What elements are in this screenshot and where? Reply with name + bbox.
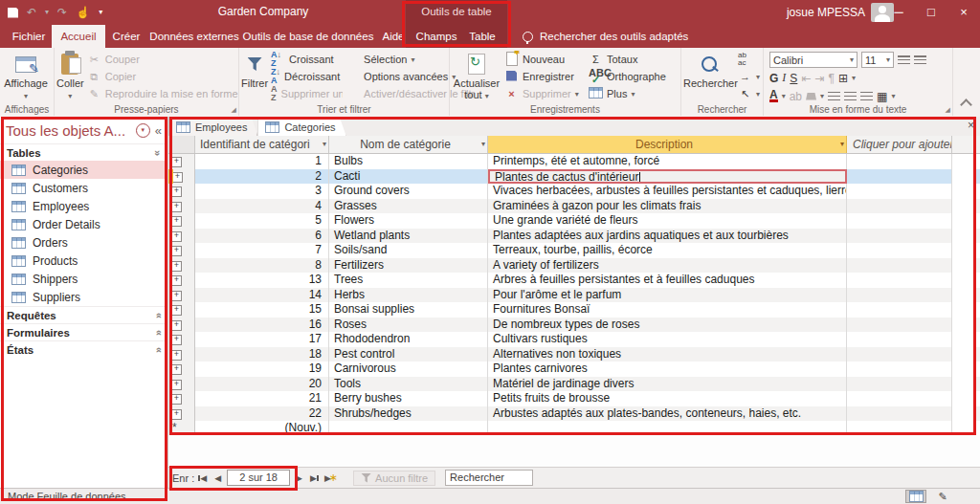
row-selector[interactable]: +* [168, 347, 195, 362]
table-row[interactable]: +* 13 Trees Arbres à feuilles persistant… [168, 273, 980, 288]
cell-description[interactable]: Petits fruits de brousse [488, 391, 847, 406]
tab-outils-bdd[interactable]: Outils de base de données [241, 25, 375, 48]
select-all-corner[interactable] [168, 136, 195, 153]
cell-add[interactable] [847, 332, 952, 347]
tell-me-box[interactable]: Rechercher des outils adaptés [523, 25, 688, 48]
datasheet-view-button[interactable] [905, 490, 926, 503]
tab-fichier[interactable]: Fichier [6, 25, 52, 48]
expand-plus-icon[interactable]: + [171, 231, 182, 242]
cell-add[interactable] [847, 199, 952, 214]
new-blank-record-icon[interactable]: ▶∗ [323, 471, 340, 484]
table-row[interactable]: +* 1 Bulbs Printemps, été et automne, fo… [168, 154, 980, 169]
sort-desc-button[interactable]: Z↓ADécroissant [268, 68, 343, 85]
cell-add[interactable] [847, 406, 952, 422]
refresh-all-button[interactable]: ↻ Actualiser tout ▾ [452, 51, 501, 102]
dialog-launcher-icon[interactable]: ◢ [946, 106, 950, 114]
cell-description[interactable]: Arbres à feuilles persistantes et à feui… [488, 273, 847, 288]
expand-plus-icon[interactable]: + [171, 261, 182, 272]
column-header-description[interactable]: Description▾ [488, 136, 847, 153]
previous-record-icon[interactable]: ◀ [212, 473, 223, 483]
new-record-button[interactable]: Nouveau [501, 51, 586, 68]
font-size-select[interactable]: 11▾ [861, 52, 894, 68]
cell-name[interactable]: Roses [329, 318, 488, 333]
fill-color-icon[interactable] [806, 93, 816, 100]
nav-item-table[interactable]: Shippers [0, 270, 167, 288]
cell-id[interactable]: 13 [195, 273, 329, 288]
text-direction-icon[interactable]: ¶ [828, 72, 834, 85]
cell-name[interactable]: Carnivorous [329, 362, 488, 377]
cell-add[interactable] [847, 362, 952, 377]
table-row[interactable]: +* 2 Cacti Plantes de cactus d'intérieur [168, 169, 980, 185]
cell-description[interactable]: Cultivars rustiques [488, 332, 847, 347]
undo-dropdown-icon[interactable]: ▾ [45, 9, 49, 16]
table-row[interactable]: +* 20 Tools Matériel de jardinage divers [168, 377, 980, 392]
row-selector[interactable]: +* [168, 362, 195, 377]
paste-button[interactable]: Coller▾ [56, 51, 84, 102]
row-selector[interactable]: +* [168, 199, 195, 214]
cell-id[interactable]: 21 [195, 391, 329, 406]
design-view-button[interactable]: ✎ [932, 490, 953, 503]
cell-id[interactable]: 7 [195, 243, 329, 258]
row-selector[interactable]: +* [168, 229, 195, 244]
cell-id[interactable]: (Nouv.) [195, 421, 329, 436]
cell-name[interactable]: Rhododendron [329, 332, 488, 347]
expand-plus-icon[interactable]: + [171, 157, 182, 167]
table-row[interactable]: +* 21 Berry bushes Petits fruits de brou… [168, 391, 980, 406]
view-button[interactable]: ✎ Affichage ▾ [2, 51, 50, 102]
goto-button[interactable]: →▾ [735, 68, 763, 85]
undo-icon[interactable]: ↶ [27, 7, 36, 18]
cell-add[interactable] [847, 347, 952, 362]
cell-name[interactable]: Shrubs/hedges [329, 406, 488, 422]
cell-description[interactable]: Alternatives non toxiques [488, 347, 847, 362]
cell-name[interactable]: Tools [329, 377, 488, 392]
tab-accueil[interactable]: Accueil [52, 25, 105, 48]
cell-id[interactable]: 17 [195, 332, 329, 347]
table-row[interactable]: +* 8 Fertilizers A variety of fertilizer… [168, 258, 980, 274]
cell-add[interactable] [847, 302, 952, 318]
table-row[interactable]: +* 4 Grasses Graminées à gazon pour les … [168, 199, 980, 214]
cell-description[interactable]: Plantes carnivores [488, 362, 847, 377]
cell-description[interactable]: Fournitures Bonsaï [488, 302, 847, 318]
row-selector[interactable]: +* [168, 406, 195, 422]
row-selector[interactable]: +* [168, 243, 195, 258]
cell-id[interactable]: 5 [195, 213, 329, 229]
expand-plus-icon[interactable]: + [171, 364, 182, 375]
cell-name[interactable]: Fertilizers [329, 258, 488, 274]
cell-add[interactable] [847, 421, 952, 436]
cell-name[interactable]: Bulbs [329, 154, 488, 169]
nav-section-formulaires[interactable]: Formulaires» [0, 323, 167, 340]
tab-champs[interactable]: Champs [412, 25, 461, 48]
nav-item-table[interactable]: Employees [0, 197, 167, 215]
tab-donnees-externes[interactable]: Données externes [147, 25, 241, 48]
cell-description[interactable]: Graminées à gazon pour les climats frais [488, 199, 847, 214]
table-row[interactable]: +* 18 Pest control Alternatives non toxi… [168, 347, 980, 362]
cell-name[interactable]: Trees [329, 273, 488, 288]
expand-plus-icon[interactable]: + [171, 350, 182, 361]
nav-item-table[interactable]: Suppliers [0, 288, 167, 306]
copy-button[interactable]: ⧉Copier [84, 68, 241, 85]
nav-item-table[interactable]: Order Details [0, 215, 167, 233]
column-header-add[interactable]: Cliquer pour ajouter▾ [847, 136, 952, 153]
table-row[interactable]: +* 17 Rhododendron Cultivars rustiques [168, 332, 980, 347]
row-selector[interactable]: +* [168, 332, 195, 347]
redo-icon[interactable]: ↷ [57, 7, 67, 18]
cell-add[interactable] [847, 213, 952, 229]
row-selector[interactable]: +* [168, 169, 195, 185]
expand-plus-icon[interactable]: + [171, 305, 182, 316]
cell-description[interactable]: Plantes de cactus d'intérieur [488, 169, 847, 185]
cell-add[interactable] [847, 243, 952, 258]
underline-button[interactable]: S [790, 72, 797, 85]
qat-customize-icon[interactable]: ▾ [99, 9, 102, 16]
cell-id[interactable]: 4 [195, 199, 329, 214]
row-selector[interactable]: +* [168, 377, 195, 392]
close-button[interactable]: × [947, 0, 980, 25]
cell-description[interactable]: De nombreux types de roses [488, 318, 847, 333]
cell-id[interactable]: 1 [195, 154, 329, 169]
expand-plus-icon[interactable]: + [171, 186, 182, 197]
row-selector[interactable]: +* [168, 273, 195, 288]
cell-name[interactable]: Bonsai supplies [329, 302, 488, 318]
last-record-icon[interactable]: ▶ [308, 473, 319, 483]
row-selector[interactable]: +* [168, 184, 195, 199]
spelling-button[interactable]: ABC✓Orthographe [586, 68, 678, 85]
bullet-list-icon[interactable] [898, 55, 910, 64]
